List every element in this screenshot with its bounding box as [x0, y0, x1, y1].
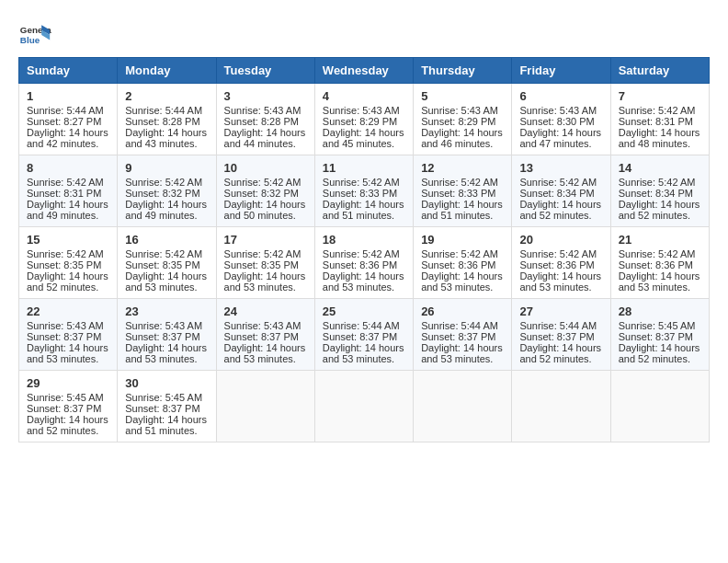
calendar-cell	[610, 371, 709, 442]
day-number: 17	[224, 233, 307, 247]
day-info-line: and 52 minutes.	[619, 210, 701, 221]
day-header-saturday: Saturday	[610, 58, 709, 84]
day-info-line: Daylight: 14 hours	[27, 270, 109, 282]
calendar-cell: 29Sunrise: 5:45 AMSunset: 8:37 PMDayligh…	[19, 371, 118, 442]
day-number: 29	[27, 376, 109, 390]
logo: General Blue	[18, 18, 51, 52]
day-info-line: Sunset: 8:29 PM	[323, 116, 405, 127]
day-info-line: Daylight: 14 hours	[27, 199, 109, 210]
day-info-line: Sunset: 8:37 PM	[125, 403, 208, 414]
day-info-line: Sunrise: 5:44 AM	[519, 320, 602, 331]
calendar-cell: 21Sunrise: 5:42 AMSunset: 8:36 PMDayligh…	[610, 227, 709, 299]
day-info-line: Daylight: 14 hours	[323, 127, 405, 138]
calendar-cell: 4Sunrise: 5:43 AMSunset: 8:29 PMDaylight…	[314, 84, 413, 155]
day-info-line: Daylight: 14 hours	[421, 127, 504, 138]
day-info-line: Daylight: 14 hours	[27, 414, 109, 425]
calendar-cell: 14Sunrise: 5:42 AMSunset: 8:34 PMDayligh…	[610, 155, 709, 227]
calendar-cell: 20Sunrise: 5:42 AMSunset: 8:36 PMDayligh…	[512, 227, 610, 299]
day-info-line: and 50 minutes.	[224, 210, 307, 221]
day-info-line: Sunset: 8:30 PM	[519, 116, 602, 127]
day-info-line: and 51 minutes.	[125, 425, 208, 436]
day-info-line: and 51 minutes.	[323, 210, 405, 221]
day-info-line: Sunset: 8:37 PM	[27, 331, 109, 342]
day-info-line: and 53 minutes.	[619, 282, 701, 293]
day-info-line: and 53 minutes.	[125, 282, 208, 293]
day-number: 10	[224, 161, 307, 175]
day-number: 26	[421, 304, 504, 318]
day-info-line: Sunset: 8:37 PM	[421, 331, 504, 342]
day-info-line: Sunset: 8:37 PM	[323, 331, 405, 342]
day-number: 22	[27, 304, 109, 318]
calendar-header: SundayMondayTuesdayWednesdayThursdayFrid…	[19, 58, 710, 84]
day-number: 13	[519, 161, 602, 175]
day-info-line: Daylight: 14 hours	[519, 199, 602, 210]
day-number: 7	[619, 89, 701, 103]
day-info-line: and 53 minutes.	[519, 282, 602, 293]
day-info-line: Sunrise: 5:42 AM	[619, 105, 701, 116]
day-info-line: Sunset: 8:33 PM	[323, 188, 405, 199]
day-info-line: Sunrise: 5:42 AM	[619, 248, 701, 259]
day-info-line: Sunset: 8:27 PM	[27, 116, 109, 127]
day-info-line: Sunset: 8:37 PM	[519, 331, 602, 342]
day-info-line: Daylight: 14 hours	[519, 342, 602, 353]
day-number: 19	[421, 233, 504, 247]
calendar-cell: 16Sunrise: 5:42 AMSunset: 8:35 PMDayligh…	[118, 227, 216, 299]
day-number: 16	[125, 233, 208, 247]
calendar-week-2: 8Sunrise: 5:42 AMSunset: 8:31 PMDaylight…	[19, 155, 710, 227]
calendar-cell: 27Sunrise: 5:44 AMSunset: 8:37 PMDayligh…	[512, 299, 610, 371]
calendar-cell: 28Sunrise: 5:45 AMSunset: 8:37 PMDayligh…	[610, 299, 709, 371]
day-info-line: Sunset: 8:34 PM	[519, 188, 602, 199]
calendar-cell: 1Sunrise: 5:44 AMSunset: 8:27 PMDaylight…	[19, 84, 118, 155]
day-info-line: and 52 minutes.	[27, 425, 109, 436]
calendar-cell: 25Sunrise: 5:44 AMSunset: 8:37 PMDayligh…	[314, 299, 413, 371]
day-number: 24	[224, 304, 307, 318]
day-info-line: Daylight: 14 hours	[224, 342, 307, 353]
day-info-line: Sunset: 8:34 PM	[619, 188, 701, 199]
calendar-week-1: 1Sunrise: 5:44 AMSunset: 8:27 PMDaylight…	[19, 84, 710, 155]
day-info-line: Daylight: 14 hours	[125, 342, 208, 353]
day-number: 11	[323, 161, 405, 175]
day-info-line: Sunrise: 5:42 AM	[125, 248, 208, 259]
day-number: 5	[421, 89, 504, 103]
day-info-line: Sunrise: 5:45 AM	[619, 320, 701, 331]
day-info-line: Sunrise: 5:44 AM	[323, 320, 405, 331]
day-info-line: and 53 minutes.	[421, 353, 504, 364]
day-number: 8	[27, 161, 109, 175]
day-info-line: and 51 minutes.	[421, 210, 504, 221]
day-info-line: Sunset: 8:37 PM	[619, 331, 701, 342]
calendar-cell: 7Sunrise: 5:42 AMSunset: 8:31 PMDaylight…	[610, 84, 709, 155]
day-info-line: Sunset: 8:32 PM	[224, 188, 307, 199]
day-info-line: Daylight: 14 hours	[27, 127, 109, 138]
day-number: 30	[125, 376, 208, 390]
calendar-cell: 24Sunrise: 5:43 AMSunset: 8:37 PMDayligh…	[216, 299, 314, 371]
day-info-line: and 45 minutes.	[323, 138, 405, 149]
day-header-thursday: Thursday	[414, 58, 512, 84]
day-info-line: Daylight: 14 hours	[421, 199, 504, 210]
day-info-line: Sunrise: 5:42 AM	[519, 177, 602, 188]
day-info-line: Daylight: 14 hours	[619, 270, 701, 282]
day-info-line: Sunrise: 5:42 AM	[619, 177, 701, 188]
day-info-line: Sunset: 8:35 PM	[224, 259, 307, 270]
day-info-line: and 52 minutes.	[519, 353, 602, 364]
day-info-line: Daylight: 14 hours	[125, 414, 208, 425]
day-info-line: Daylight: 14 hours	[125, 199, 208, 210]
day-info-line: Sunrise: 5:42 AM	[125, 177, 208, 188]
day-info-line: Sunset: 8:36 PM	[619, 259, 701, 270]
day-info-line: and 52 minutes.	[27, 282, 109, 293]
page-header: General Blue	[18, 18, 710, 52]
day-info-line: and 52 minutes.	[619, 353, 701, 364]
day-info-line: Sunset: 8:35 PM	[125, 259, 208, 270]
day-info-line: Sunrise: 5:44 AM	[27, 105, 109, 116]
day-header-wednesday: Wednesday	[314, 58, 413, 84]
day-info-line: and 47 minutes.	[519, 138, 602, 149]
calendar-cell: 9Sunrise: 5:42 AMSunset: 8:32 PMDaylight…	[118, 155, 216, 227]
calendar-week-3: 15Sunrise: 5:42 AMSunset: 8:35 PMDayligh…	[19, 227, 710, 299]
day-number: 25	[323, 304, 405, 318]
day-info-line: Sunrise: 5:43 AM	[224, 320, 307, 331]
calendar-cell: 2Sunrise: 5:44 AMSunset: 8:28 PMDaylight…	[118, 84, 216, 155]
day-info-line: and 46 minutes.	[421, 138, 504, 149]
calendar-cell	[414, 371, 512, 442]
calendar-cell: 11Sunrise: 5:42 AMSunset: 8:33 PMDayligh…	[314, 155, 413, 227]
calendar-cell	[216, 371, 314, 442]
day-info-line: Daylight: 14 hours	[224, 270, 307, 282]
